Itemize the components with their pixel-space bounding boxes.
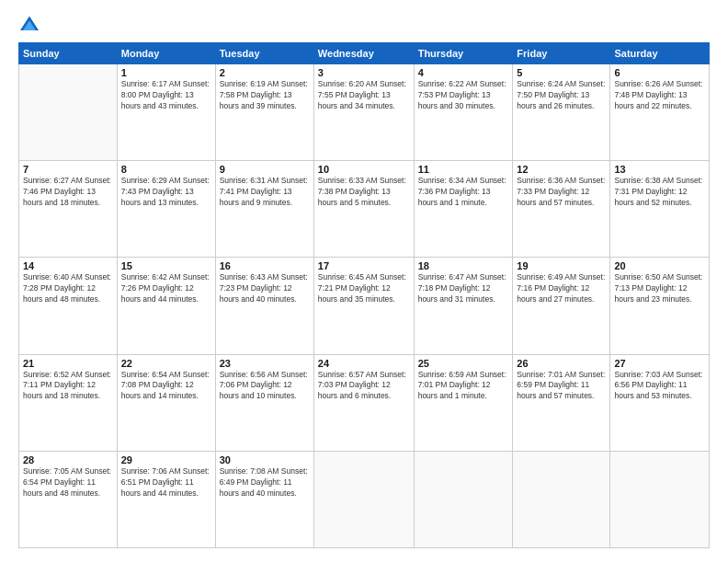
day-info: Sunrise: 6:49 AM Sunset: 7:16 PM Dayligh… — [517, 272, 606, 305]
day-info: Sunrise: 6:34 AM Sunset: 7:36 PM Dayligh… — [418, 176, 509, 209]
day-info: Sunrise: 6:59 AM Sunset: 7:01 PM Dayligh… — [418, 370, 509, 403]
day-number: 19 — [517, 260, 606, 271]
day-info: Sunrise: 7:05 AM Sunset: 6:54 PM Dayligh… — [23, 466, 113, 500]
day-cell — [610, 451, 710, 547]
day-info: Sunrise: 6:22 AM Sunset: 7:53 PM Dayligh… — [418, 79, 509, 112]
day-number: 13 — [614, 164, 705, 175]
week-row-2: 7Sunrise: 6:27 AM Sunset: 7:46 PM Daylig… — [19, 161, 710, 258]
day-info: Sunrise: 6:38 AM Sunset: 7:31 PM Dayligh… — [614, 176, 705, 209]
day-number: 8 — [121, 164, 211, 175]
day-number: 18 — [418, 260, 509, 271]
day-cell: 28Sunrise: 7:05 AM Sunset: 6:54 PM Dayli… — [19, 451, 118, 547]
day-number: 20 — [614, 260, 705, 271]
day-cell: 6Sunrise: 6:26 AM Sunset: 7:48 PM Daylig… — [610, 64, 710, 161]
day-info: Sunrise: 6:20 AM Sunset: 7:55 PM Dayligh… — [318, 79, 410, 112]
day-cell: 2Sunrise: 6:19 AM Sunset: 7:58 PM Daylig… — [215, 64, 313, 161]
day-cell: 25Sunrise: 6:59 AM Sunset: 7:01 PM Dayli… — [414, 354, 513, 451]
day-info: Sunrise: 7:06 AM Sunset: 6:51 PM Dayligh… — [121, 466, 211, 500]
day-info: Sunrise: 6:57 AM Sunset: 7:03 PM Dayligh… — [318, 370, 410, 403]
day-info: Sunrise: 6:19 AM Sunset: 7:58 PM Dayligh… — [220, 79, 310, 112]
day-number: 2 — [220, 67, 310, 78]
day-info: Sunrise: 6:31 AM Sunset: 7:41 PM Dayligh… — [220, 176, 310, 209]
day-number: 21 — [23, 358, 113, 369]
header — [18, 15, 710, 33]
day-number: 26 — [517, 358, 606, 369]
weekday-header-wednesday: Wednesday — [313, 43, 414, 64]
weekday-header-saturday: Saturday — [610, 43, 710, 64]
day-number: 12 — [517, 164, 606, 175]
day-cell: 12Sunrise: 6:36 AM Sunset: 7:33 PM Dayli… — [513, 161, 610, 258]
day-cell: 20Sunrise: 6:50 AM Sunset: 7:13 PM Dayli… — [610, 258, 710, 354]
day-cell: 21Sunrise: 6:52 AM Sunset: 7:11 PM Dayli… — [19, 354, 118, 451]
day-info: Sunrise: 6:24 AM Sunset: 7:50 PM Dayligh… — [517, 79, 606, 112]
day-number: 25 — [418, 358, 509, 369]
day-cell: 13Sunrise: 6:38 AM Sunset: 7:31 PM Dayli… — [610, 161, 710, 258]
day-info: Sunrise: 6:17 AM Sunset: 8:00 PM Dayligh… — [121, 79, 211, 112]
day-info: Sunrise: 6:26 AM Sunset: 7:48 PM Dayligh… — [614, 79, 705, 112]
day-cell — [19, 64, 118, 161]
day-cell: 11Sunrise: 6:34 AM Sunset: 7:36 PM Dayli… — [414, 161, 513, 258]
day-cell: 5Sunrise: 6:24 AM Sunset: 7:50 PM Daylig… — [513, 64, 610, 161]
logo-icon — [18, 15, 40, 33]
day-number: 28 — [23, 454, 113, 465]
day-cell: 17Sunrise: 6:45 AM Sunset: 7:21 PM Dayli… — [313, 258, 414, 354]
day-info: Sunrise: 7:03 AM Sunset: 6:56 PM Dayligh… — [614, 370, 705, 403]
day-cell — [513, 451, 610, 547]
day-number: 3 — [318, 67, 410, 78]
day-number: 23 — [220, 358, 310, 369]
day-info: Sunrise: 6:36 AM Sunset: 7:33 PM Dayligh… — [517, 176, 606, 209]
day-number: 30 — [220, 454, 310, 465]
day-info: Sunrise: 6:56 AM Sunset: 7:06 PM Dayligh… — [220, 370, 310, 403]
day-cell — [313, 451, 414, 547]
day-info: Sunrise: 6:42 AM Sunset: 7:26 PM Dayligh… — [121, 272, 211, 305]
day-cell: 10Sunrise: 6:33 AM Sunset: 7:38 PM Dayli… — [313, 161, 414, 258]
day-cell — [414, 451, 513, 547]
day-number: 10 — [318, 164, 410, 175]
weekday-header-monday: Monday — [117, 43, 215, 64]
day-cell: 22Sunrise: 6:54 AM Sunset: 7:08 PM Dayli… — [117, 354, 215, 451]
day-number: 22 — [121, 358, 211, 369]
page: SundayMondayTuesdayWednesdayThursdayFrid… — [0, 0, 728, 563]
day-cell: 24Sunrise: 6:57 AM Sunset: 7:03 PM Dayli… — [313, 354, 414, 451]
day-info: Sunrise: 6:54 AM Sunset: 7:08 PM Dayligh… — [121, 370, 211, 403]
day-number: 11 — [418, 164, 509, 175]
week-row-4: 21Sunrise: 6:52 AM Sunset: 7:11 PM Dayli… — [19, 354, 710, 451]
day-cell: 1Sunrise: 6:17 AM Sunset: 8:00 PM Daylig… — [117, 64, 215, 161]
day-cell: 16Sunrise: 6:43 AM Sunset: 7:23 PM Dayli… — [215, 258, 313, 354]
week-row-5: 28Sunrise: 7:05 AM Sunset: 6:54 PM Dayli… — [19, 451, 710, 547]
day-info: Sunrise: 6:43 AM Sunset: 7:23 PM Dayligh… — [220, 272, 310, 305]
day-info: Sunrise: 6:50 AM Sunset: 7:13 PM Dayligh… — [614, 272, 705, 305]
week-row-3: 14Sunrise: 6:40 AM Sunset: 7:28 PM Dayli… — [19, 258, 710, 354]
week-row-1: 1Sunrise: 6:17 AM Sunset: 8:00 PM Daylig… — [19, 64, 710, 161]
day-number: 17 — [318, 260, 410, 271]
day-cell: 29Sunrise: 7:06 AM Sunset: 6:51 PM Dayli… — [117, 451, 215, 547]
day-info: Sunrise: 6:33 AM Sunset: 7:38 PM Dayligh… — [318, 176, 410, 209]
day-cell: 14Sunrise: 6:40 AM Sunset: 7:28 PM Dayli… — [19, 258, 118, 354]
day-cell: 19Sunrise: 6:49 AM Sunset: 7:16 PM Dayli… — [513, 258, 610, 354]
day-number: 1 — [121, 67, 211, 78]
day-number: 7 — [23, 164, 113, 175]
day-number: 4 — [418, 67, 509, 78]
day-cell: 3Sunrise: 6:20 AM Sunset: 7:55 PM Daylig… — [313, 64, 414, 161]
calendar: SundayMondayTuesdayWednesdayThursdayFrid… — [18, 42, 710, 548]
day-info: Sunrise: 6:52 AM Sunset: 7:11 PM Dayligh… — [23, 370, 113, 403]
day-cell: 23Sunrise: 6:56 AM Sunset: 7:06 PM Dayli… — [215, 354, 313, 451]
day-info: Sunrise: 6:45 AM Sunset: 7:21 PM Dayligh… — [318, 272, 410, 305]
day-cell: 27Sunrise: 7:03 AM Sunset: 6:56 PM Dayli… — [610, 354, 710, 451]
weekday-header-tuesday: Tuesday — [215, 43, 313, 64]
day-number: 6 — [614, 67, 705, 78]
weekday-header-thursday: Thursday — [414, 43, 513, 64]
day-info: Sunrise: 6:40 AM Sunset: 7:28 PM Dayligh… — [23, 272, 113, 305]
logo — [18, 15, 44, 33]
day-number: 14 — [23, 260, 113, 271]
day-number: 24 — [318, 358, 410, 369]
day-info: Sunrise: 6:47 AM Sunset: 7:18 PM Dayligh… — [418, 272, 509, 305]
day-cell: 26Sunrise: 7:01 AM Sunset: 6:59 PM Dayli… — [513, 354, 610, 451]
weekday-header-row: SundayMondayTuesdayWednesdayThursdayFrid… — [19, 43, 710, 64]
day-cell: 4Sunrise: 6:22 AM Sunset: 7:53 PM Daylig… — [414, 64, 513, 161]
day-info: Sunrise: 7:01 AM Sunset: 6:59 PM Dayligh… — [517, 370, 606, 403]
day-number: 15 — [121, 260, 211, 271]
day-cell: 15Sunrise: 6:42 AM Sunset: 7:26 PM Dayli… — [117, 258, 215, 354]
day-info: Sunrise: 6:29 AM Sunset: 7:43 PM Dayligh… — [121, 176, 211, 209]
day-number: 29 — [121, 454, 211, 465]
